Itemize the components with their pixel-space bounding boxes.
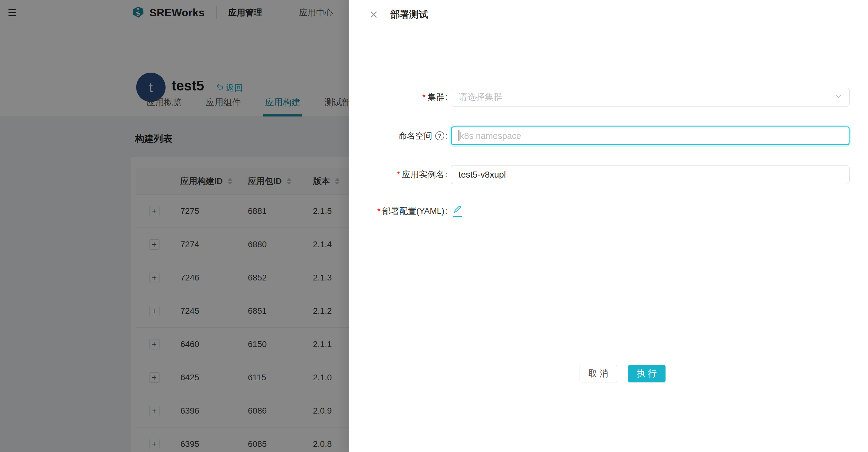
form-row-namespace: 命名空间 ? : k8s namespace <box>349 126 849 145</box>
screen: SREWorks 应用管理 应用中心 t test5 返回 应用概览 应用组件 … <box>0 0 868 452</box>
cluster-select[interactable]: 请选择集群 <box>451 88 849 106</box>
cluster-select-placeholder: 请选择集群 <box>459 91 502 103</box>
deploy-form: * 集群 : 请选择集群 命名空间 ? <box>349 29 868 452</box>
cluster-label: * 集群 : <box>349 91 451 103</box>
yaml-config-label: * 部署配置(YAML) : <box>349 205 451 217</box>
form-row-cluster: * 集群 : 请选择集群 <box>349 88 849 106</box>
required-mark: * <box>422 92 426 102</box>
drawer-title: 部署测试 <box>391 8 428 21</box>
execute-button[interactable]: 执行 <box>628 365 665 382</box>
required-mark: * <box>377 206 380 216</box>
form-row-instance-name: * 应用实例名 : <box>349 165 849 184</box>
namespace-label: 命名空间 ? : <box>349 130 451 141</box>
close-icon[interactable] <box>369 9 379 20</box>
cancel-button[interactable]: 取消 <box>580 365 617 382</box>
namespace-input[interactable]: k8s namespace <box>451 126 849 145</box>
required-mark: * <box>397 170 400 180</box>
text-cursor <box>459 130 459 141</box>
edit-yaml-button[interactable] <box>453 205 462 217</box>
drawer-header: 部署测试 <box>349 0 868 29</box>
edit-underline <box>453 216 462 217</box>
instance-name-label: * 应用实例名 : <box>349 169 451 180</box>
pencil-icon <box>453 205 462 216</box>
form-row-yaml-config: * 部署配置(YAML) : <box>349 205 849 217</box>
namespace-placeholder: k8s namespace <box>460 131 521 141</box>
drawer-footer: 取消 执行 <box>580 365 665 382</box>
instance-name-input[interactable] <box>451 165 849 184</box>
deploy-test-drawer: 部署测试 * 集群 : 请选择集群 <box>349 0 868 452</box>
chevron-down-icon <box>834 92 843 103</box>
help-circle-icon[interactable]: ? <box>435 131 444 140</box>
